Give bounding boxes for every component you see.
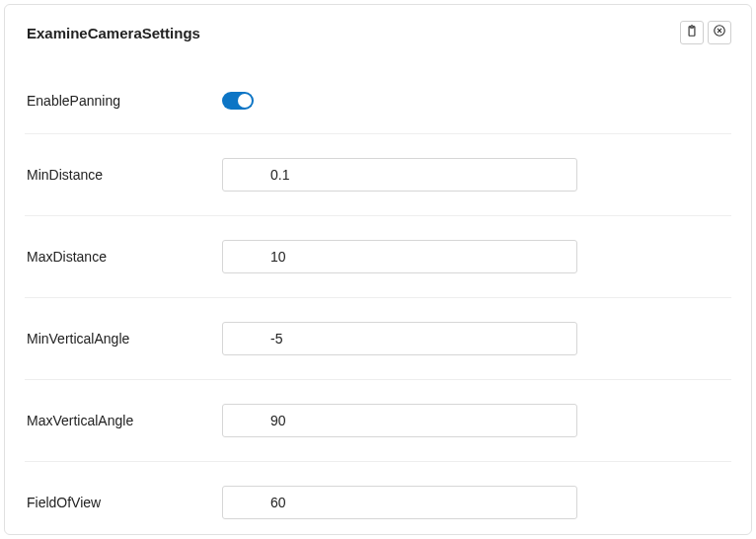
min-distance-input[interactable] <box>222 158 577 192</box>
field-of-view-label: FieldOfView <box>25 495 222 510</box>
min-vertical-angle-label: MinVerticalAngle <box>25 331 222 346</box>
max-vertical-angle-input[interactable] <box>222 404 577 437</box>
close-circle-icon <box>713 24 726 41</box>
max-vertical-angle-row: MaxVerticalAngle <box>25 380 731 462</box>
clipboard-icon <box>685 24 699 41</box>
max-distance-row: MaxDistance <box>25 216 731 298</box>
panel-title: ExamineCameraSettings <box>27 25 200 41</box>
field-of-view-input[interactable] <box>222 486 577 519</box>
max-distance-input[interactable] <box>222 240 577 273</box>
panel-header: ExamineCameraSettings <box>5 5 751 56</box>
min-vertical-angle-input[interactable] <box>222 322 577 355</box>
close-button[interactable] <box>708 21 731 44</box>
header-actions <box>680 21 731 44</box>
field-of-view-row: FieldOfView <box>25 462 731 535</box>
enable-panning-toggle[interactable] <box>222 92 254 110</box>
min-distance-label: MinDistance <box>25 167 222 183</box>
copy-button[interactable] <box>680 21 704 44</box>
min-distance-row: MinDistance <box>25 134 731 216</box>
max-distance-label: MaxDistance <box>25 249 222 265</box>
max-vertical-angle-label: MaxVerticalAngle <box>25 413 222 428</box>
toggle-knob <box>238 94 252 108</box>
fields-container: EnablePanning MinDistance MaxDistance Mi… <box>5 56 751 535</box>
enable-panning-row: EnablePanning <box>25 56 731 134</box>
enable-panning-label: EnablePanning <box>25 93 222 109</box>
min-vertical-angle-row: MinVerticalAngle <box>25 298 731 380</box>
settings-panel: ExamineCameraSettings <box>4 4 752 535</box>
